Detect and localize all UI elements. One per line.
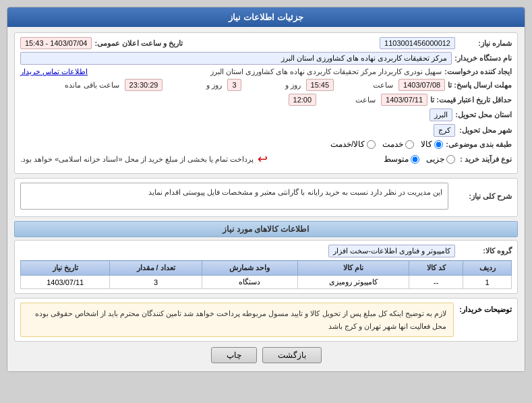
- purchase-radio-mottavasset[interactable]: [411, 155, 419, 164]
- row-goods-group: گروه کالا: کامپیوتر و فناوری اطلاعات-سخت…: [20, 245, 512, 257]
- creator-name: سهیل نودری کاربردار مرکز تحقیقات کاربردی…: [90, 67, 442, 76]
- goods-group-value: کامپیوتر و فناوری اطلاعات-سخت افزار: [328, 245, 455, 257]
- buyer-notes-text: لازم به توضیح اینکه کل مبلغ پس از تحویل …: [20, 303, 454, 337]
- row-price-deadline: حداقل تاریخ اعتبار قیمت: تا 1403/07/11 س…: [20, 94, 512, 106]
- row-buyer-notes: توضیحات خریدار: لازم به توضیح اینکه کل م…: [20, 303, 512, 337]
- red-arrow-icon: ↩: [258, 152, 268, 166]
- reply-remaining-time: 23:30:29: [125, 79, 163, 91]
- reply-remaining-label: روز و: [168, 81, 222, 90]
- row-buyer: نام دستگاه خریدار: مرکز تحقیقات کاربردی …: [20, 52, 512, 65]
- category-label-khedmat: خدمت: [382, 140, 403, 149]
- cell-code: --: [409, 276, 463, 289]
- row-province: استان محل تحویل: البرز: [20, 108, 512, 121]
- description-text: این مدیریت در نظر دارد نسبت به خرید رایا…: [20, 183, 448, 210]
- col-header-quantity: تعداد / مقدار: [110, 261, 202, 276]
- contact-link-button[interactable]: اطلاعات تماس خریدار: [20, 67, 88, 76]
- col-header-name: نام کالا: [297, 261, 409, 276]
- need-number-value: 1103001456000012: [380, 37, 455, 49]
- buyer-notes-section: توضیحات خریدار: لازم به توضیح اینکه کل م…: [14, 298, 518, 342]
- need-number-label: شماره نیاز:: [458, 39, 512, 48]
- back-button[interactable]: بازگشت: [262, 347, 322, 363]
- table-row: 1--کامپیوتر رومیزیدستگاه31403/07/11: [21, 276, 512, 289]
- days-label-static: روز و: [247, 81, 301, 90]
- price-deadline-label: حداقل تاریخ اعتبار قیمت: تا: [430, 96, 512, 104]
- time-label-static: ساعت: [339, 81, 393, 90]
- category-radio-khedmat[interactable]: [405, 140, 414, 149]
- purchase-label-mottavasset: متوسط: [384, 154, 409, 164]
- purchase-label-jozi: جزیی: [426, 154, 444, 164]
- description-section: شرح کلی نیاز: این مدیریت در نظر دارد نسب…: [14, 178, 518, 217]
- date-value: 1403/07/04 - 15:43: [20, 37, 92, 49]
- category-radio-kala-khedmat[interactable]: [367, 140, 376, 149]
- buyer-label: نام دستگاه خریدار:: [454, 54, 512, 63]
- buttons-row: بازگشت چاپ: [14, 347, 518, 363]
- reply-date: 1403/07/08: [398, 79, 445, 91]
- category-radio-kala[interactable]: [434, 140, 443, 149]
- cell-name: کامپیوتر رومیزی: [297, 276, 409, 289]
- row-description: شرح کلی نیاز: این مدیریت در نظر دارد نسب…: [20, 183, 512, 210]
- cell-quantity: 3: [110, 276, 202, 289]
- row-reply-deadline: مهلت ارسال پاسخ: تا 1403/07/08 ساعت 15:4…: [20, 79, 512, 91]
- purchase-option-jozi: جزیی: [426, 154, 455, 164]
- goods-info-title: اطلاعات کالاهای مورد نیاز: [14, 221, 518, 237]
- col-header-code: کد کالا: [409, 261, 463, 276]
- purchase-option-mottavasset: متوسط: [384, 154, 419, 164]
- purchase-type-label: نوع فرآیند خرید :: [458, 155, 512, 164]
- price-date: 1403/07/11: [381, 94, 427, 106]
- row-need-number: شماره نیاز: 1103001456000012 تاریخ و ساع…: [20, 37, 512, 49]
- price-time-label-static: ساعت: [322, 96, 376, 104]
- main-container: جزئیات اطلاعات نیاز شماره نیاز: 11030014…: [7, 7, 525, 372]
- category-option-khedmat: خدمت: [382, 140, 414, 149]
- category-radio-group: کالا خدمت کالا/خدمت: [330, 140, 443, 149]
- category-label-kala-khedmat: کالا/خدمت: [330, 140, 365, 149]
- reply-remaining-suffix: ساعت باقی مانده: [65, 81, 119, 90]
- row-category: طبقه بندی موضوعی: کالا خدمت کالا/خدمت: [20, 140, 512, 149]
- col-header-row: ردیف: [463, 261, 512, 276]
- table-header-row: ردیف کد کالا نام کالا واحد شمارش تعداد /…: [21, 261, 512, 276]
- creator-label: ایجاد کننده درخواست:: [444, 67, 512, 76]
- buyer-notes-label: توضیحات خریدار:: [458, 303, 512, 314]
- city-value: کرج: [434, 124, 455, 137]
- purchase-type-radio-group: جزیی متوسط: [384, 154, 455, 164]
- reply-time: 15:45: [306, 79, 334, 91]
- print-button[interactable]: چاپ: [211, 347, 257, 363]
- cell-date: 1403/07/11: [21, 276, 110, 289]
- content-area: شماره نیاز: 1103001456000012 تاریخ و ساع…: [7, 27, 525, 371]
- province-value: البرز: [430, 108, 452, 121]
- city-label: شهر محل تحویل:: [458, 126, 512, 135]
- form-section: شماره نیاز: 1103001456000012 تاریخ و ساع…: [14, 32, 518, 174]
- cell-row: 1: [463, 276, 512, 289]
- page-title: جزئیات اطلاعات نیاز: [229, 12, 303, 22]
- category-option-kala-khedmat: کالا/خدمت: [330, 140, 376, 149]
- goods-table: ردیف کد کالا نام کالا واحد شمارش تعداد /…: [20, 260, 512, 289]
- category-label-kala: کالا: [421, 140, 432, 149]
- row-city: شهر محل تحویل: کرج: [20, 124, 512, 137]
- reply-days: 3: [227, 79, 241, 91]
- purchase-radio-jozi[interactable]: [446, 155, 455, 164]
- reply-deadline-label: مهلت ارسال پاسخ: تا: [448, 81, 512, 90]
- col-header-unit: واحد شمارش: [202, 261, 297, 276]
- purchase-note: پرداخت تمام یا بخشی از مبلغ خرید از محل …: [20, 155, 254, 164]
- category-label: طبقه بندی موضوعی:: [446, 140, 512, 149]
- cell-unit: دستگاه: [202, 276, 297, 289]
- description-label: شرح کلی نیاز:: [451, 192, 512, 201]
- page-header: جزئیات اطلاعات نیاز: [7, 7, 525, 27]
- goods-section: گروه کالا: کامپیوتر و فناوری اطلاعات-سخت…: [14, 240, 518, 294]
- province-label: استان محل تحویل:: [455, 111, 512, 119]
- date-label: تاریخ و ساعت اعلان عمومی:: [94, 39, 183, 48]
- row-creator: ایجاد کننده درخواست: سهیل نودری کاربردار…: [20, 67, 512, 76]
- row-purchase-type: نوع فرآیند خرید : جزیی متوسط ↩ پرداخت تم…: [20, 152, 512, 166]
- buyer-value: مرکز تحقیقات کاربردی نهاده های کشاورزی ا…: [20, 52, 452, 65]
- goods-group-label: گروه کالا:: [458, 247, 512, 255]
- price-time: 12:00: [289, 94, 317, 106]
- category-option-kala: کالا: [421, 140, 443, 149]
- col-header-date: تاریخ نیاز: [21, 261, 110, 276]
